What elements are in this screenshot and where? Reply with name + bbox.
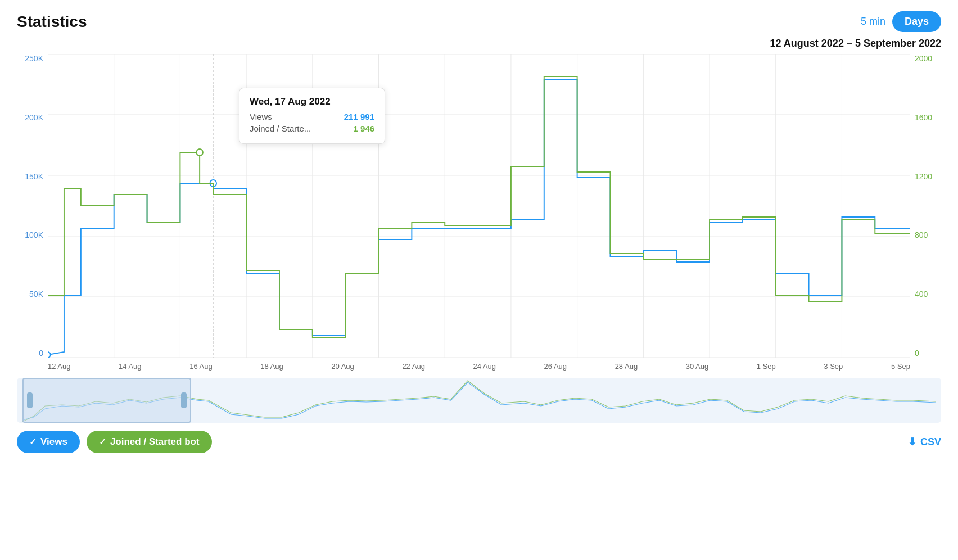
y-right-2000: 2000: [910, 54, 941, 63]
x-label-22aug: 22 Aug: [402, 362, 425, 371]
x-label-26aug: 26 Aug: [544, 362, 567, 371]
joined-toggle-button[interactable]: ✓ Joined / Started bot: [87, 431, 212, 453]
tooltip-views-row: Views 211 991: [250, 112, 374, 121]
days-button[interactable]: Days: [892, 11, 941, 32]
date-range: 12 August 2022 – 5 September 2022: [17, 38, 941, 49]
tooltip-views-value: 211 991: [344, 112, 374, 121]
mini-chart-selector[interactable]: [22, 378, 191, 423]
tooltip-date: Wed, 17 Aug 2022: [250, 96, 374, 107]
y-left-100k: 100K: [17, 231, 48, 240]
x-label-24aug: 24 Aug: [473, 362, 496, 371]
x-label-5sep: 5 Sep: [891, 362, 910, 371]
y-left-0: 0: [17, 349, 48, 358]
x-label-12aug: 12 Aug: [48, 362, 71, 371]
y-right-0: 0: [910, 349, 941, 358]
y-left-150k: 150K: [17, 172, 48, 181]
y-axis-right: 2000 1600 1200 800 400 0: [910, 54, 941, 374]
x-label-16aug: 16 Aug: [189, 362, 213, 371]
x-label-20aug: 20 Aug: [331, 362, 354, 371]
y-right-1200: 1200: [910, 172, 941, 181]
x-axis: 12 Aug 14 Aug 16 Aug 18 Aug 20 Aug 22 Au…: [48, 358, 910, 374]
tooltip-joined-row: Joined / Starte... 1 946: [250, 124, 374, 133]
csv-button-label: CSV: [920, 436, 941, 448]
views-checkmark: ✓: [29, 437, 37, 447]
tooltip-joined-label: Joined / Starte...: [250, 124, 311, 133]
page-header: Statistics 5 min Days: [17, 11, 941, 32]
views-toggle-button[interactable]: ✓ Views: [17, 431, 80, 453]
views-button-label: Views: [40, 436, 67, 448]
mini-handle-left[interactable]: [27, 392, 33, 408]
y-right-400: 400: [910, 290, 941, 299]
legend-buttons: ✓ Views ✓ Joined / Started bot: [17, 431, 212, 453]
x-label-28aug: 28 Aug: [615, 362, 638, 371]
5min-button[interactable]: 5 min: [861, 16, 885, 28]
y-right-800: 800: [910, 231, 941, 240]
joined-button-label: Joined / Started bot: [110, 436, 200, 448]
y-axis-left: 250K 200K 150K 100K 50K 0: [17, 54, 48, 374]
main-chart-area: 250K 200K 150K 100K 50K 0 2000 1600 1200…: [17, 54, 941, 374]
bottom-controls: ✓ Views ✓ Joined / Started bot ⬇ CSV: [17, 431, 941, 453]
chart-svg: [48, 54, 910, 358]
chart-svg-container: Wed, 17 Aug 2022 Views 211 991 Joined / …: [48, 54, 910, 358]
joined-checkmark: ✓: [99, 437, 106, 447]
y-left-50k: 50K: [17, 290, 48, 299]
x-label-1sep: 1 Sep: [757, 362, 776, 371]
x-label-14aug: 14 Aug: [119, 362, 142, 371]
y-left-200k: 200K: [17, 113, 48, 122]
mini-handle-right[interactable]: [181, 392, 187, 408]
page-title: Statistics: [17, 13, 87, 31]
x-label-18aug: 18 Aug: [260, 362, 283, 371]
y-right-1600: 1600: [910, 113, 941, 122]
tooltip-views-label: Views: [250, 112, 272, 121]
mini-chart[interactable]: [17, 378, 941, 423]
tooltip-joined-value: 1 946: [353, 124, 374, 133]
x-label-3sep: 3 Sep: [824, 362, 843, 371]
views-line: [48, 79, 910, 355]
statistics-page: Statistics 5 min Days 12 August 2022 – 5…: [0, 0, 958, 560]
csv-download-button[interactable]: ⬇ CSV: [908, 436, 941, 448]
joined-tooltip-dot: [196, 149, 203, 156]
x-label-30aug: 30 Aug: [686, 362, 709, 371]
download-icon: ⬇: [908, 436, 916, 448]
time-controls: 5 min Days: [861, 11, 941, 32]
y-left-250k: 250K: [17, 54, 48, 63]
joined-line: [48, 76, 910, 358]
chart-tooltip: Wed, 17 Aug 2022 Views 211 991 Joined / …: [239, 88, 385, 144]
